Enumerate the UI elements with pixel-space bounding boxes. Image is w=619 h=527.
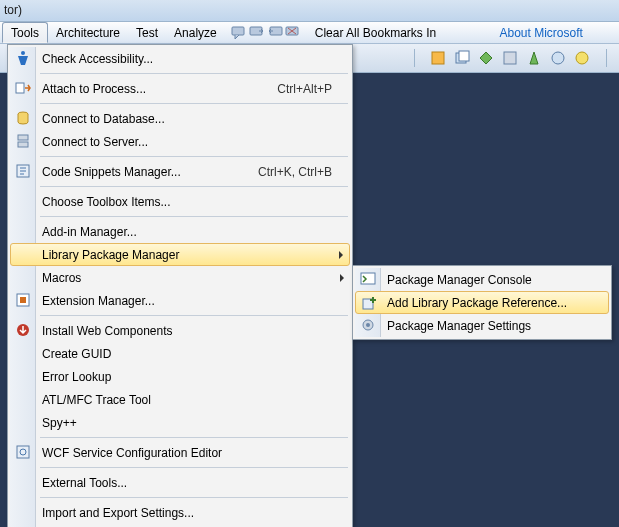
- toolbar-btn-2[interactable]: [451, 47, 473, 69]
- toolbar-btn-7[interactable]: [571, 47, 593, 69]
- toolbar-btn-3[interactable]: [475, 47, 497, 69]
- svg-point-11: [576, 52, 588, 64]
- menuitem-connect-server[interactable]: Connect to Server...: [10, 130, 350, 153]
- menuitem-label: ATL/MFC Trace Tool: [42, 393, 332, 407]
- menuitem-label: Install Web Components: [42, 324, 332, 338]
- menuitem-extension-manager[interactable]: Extension Manager...: [10, 289, 350, 312]
- menuitem-label: Error Lookup: [42, 370, 332, 384]
- menuitem-label: Add-in Manager...: [42, 225, 332, 239]
- comment-prev-icon[interactable]: [267, 25, 283, 41]
- menuitem-label: WCF Service Configuration Editor: [42, 446, 332, 460]
- menuitem-label: Package Manager Console: [387, 273, 599, 287]
- menuitem-wcf-config[interactable]: WCF Service Configuration Editor: [10, 441, 350, 464]
- svg-rect-19: [20, 297, 26, 303]
- submenu-item-add-reference[interactable]: Add Library Package Reference...: [355, 291, 609, 314]
- menu-separator: [40, 315, 348, 316]
- menuitem-external-tools[interactable]: External Tools...: [10, 471, 350, 494]
- menuitem-label: Extension Manager...: [42, 294, 332, 308]
- menu-separator: [40, 186, 348, 187]
- menuitem-shortcut: Ctrl+Alt+P: [277, 82, 332, 96]
- toolbar-btn-5[interactable]: [523, 47, 545, 69]
- svg-point-26: [366, 323, 370, 327]
- toolbar-btn-1[interactable]: [427, 47, 449, 69]
- svg-rect-21: [17, 446, 29, 458]
- menuitem-macros[interactable]: Macros: [10, 266, 350, 289]
- submenu-arrow-icon: [339, 251, 343, 259]
- menu-clear-bookmarks[interactable]: Clear All Bookmarks In Document: [307, 22, 492, 43]
- console-icon: [360, 271, 376, 287]
- menuitem-install-web-components[interactable]: Install Web Components: [10, 319, 350, 342]
- add-reference-icon: [361, 295, 377, 311]
- wcf-icon: [15, 444, 31, 460]
- server-icon: [15, 133, 31, 149]
- menuitem-label: Code Snippets Manager...: [42, 165, 258, 179]
- svg-point-10: [552, 52, 564, 64]
- svg-rect-15: [18, 135, 28, 140]
- menu-analyze[interactable]: Analyze: [166, 22, 225, 43]
- menuitem-label: Connect to Database...: [42, 112, 332, 126]
- menuitem-label: Connect to Server...: [42, 135, 332, 149]
- comment-icon[interactable]: [231, 25, 247, 41]
- menuitem-label: Add Library Package Reference...: [387, 296, 598, 310]
- menuitem-connect-database[interactable]: Connect to Database...: [10, 107, 350, 130]
- menu-separator: [40, 437, 348, 438]
- menuitem-attach-to-process[interactable]: Attach to Process... Ctrl+Alt+P: [10, 77, 350, 100]
- menuitem-label: External Tools...: [42, 476, 332, 490]
- settings-icon: [360, 317, 376, 333]
- menubar: Tools Architecture Test Analyze Clear Al…: [0, 22, 619, 44]
- svg-rect-23: [361, 273, 375, 284]
- submenu-item-console[interactable]: Package Manager Console: [355, 268, 609, 291]
- toolbar-btn-4[interactable]: [499, 47, 521, 69]
- svg-rect-6: [432, 52, 444, 64]
- menuitem-label: Create GUID: [42, 347, 332, 361]
- menu-architecture[interactable]: Architecture: [48, 22, 128, 43]
- menuitem-code-snippets[interactable]: Code Snippets Manager... Ctrl+K, Ctrl+B: [10, 160, 350, 183]
- menuitem-label: Attach to Process...: [42, 82, 277, 96]
- toolbar-sep: [403, 47, 425, 69]
- svg-point-12: [21, 51, 25, 55]
- menuitem-create-guid[interactable]: Create GUID: [10, 342, 350, 365]
- menuitem-error-lookup[interactable]: Error Lookup: [10, 365, 350, 388]
- menuitem-label: Choose Toolbox Items...: [42, 195, 332, 209]
- menubar-icon-cluster: [225, 22, 307, 43]
- menu-separator: [40, 103, 348, 104]
- menuitem-import-export[interactable]: Import and Export Settings...: [10, 501, 350, 524]
- menu-tools[interactable]: Tools: [2, 22, 48, 43]
- extension-icon: [15, 292, 31, 308]
- svg-rect-9: [504, 52, 516, 64]
- tools-dropdown: Check Accessibility... Attach to Process…: [7, 44, 353, 527]
- snippets-icon: [15, 163, 31, 179]
- comment-clear-icon[interactable]: [285, 25, 301, 41]
- menuitem-label: Import and Export Settings...: [42, 506, 332, 520]
- menu-test[interactable]: Test: [128, 22, 166, 43]
- database-icon: [15, 110, 31, 126]
- svg-rect-13: [16, 83, 24, 93]
- submenu-item-settings[interactable]: Package Manager Settings: [355, 314, 609, 337]
- accessibility-icon: [15, 50, 31, 66]
- window-title-fragment: tor): [0, 0, 619, 22]
- menuitem-atl-mfc-trace[interactable]: ATL/MFC Trace Tool: [10, 388, 350, 411]
- menuitem-label: Spy++: [42, 416, 332, 430]
- menuitem-choose-toolbox[interactable]: Choose Toolbox Items...: [10, 190, 350, 213]
- menuitem-library-package-manager[interactable]: Library Package Manager: [10, 243, 350, 266]
- comment-next-icon[interactable]: [249, 25, 265, 41]
- svg-rect-0: [232, 27, 244, 35]
- menuitem-spy[interactable]: Spy++: [10, 411, 350, 434]
- menuitem-check-accessibility[interactable]: Check Accessibility...: [10, 47, 350, 70]
- attach-process-icon: [15, 80, 31, 96]
- menuitem-label: Check Accessibility...: [42, 52, 332, 66]
- menu-separator: [40, 467, 348, 468]
- menu-separator: [40, 216, 348, 217]
- menuitem-addin-manager[interactable]: Add-in Manager...: [10, 220, 350, 243]
- menuitem-shortcut: Ctrl+K, Ctrl+B: [258, 165, 332, 179]
- download-icon: [15, 322, 31, 338]
- library-package-manager-submenu: Package Manager Console Add Library Pack…: [352, 265, 612, 340]
- toolbar-sep2: [595, 47, 617, 69]
- menu-about[interactable]: About Microsoft Visua: [491, 22, 617, 43]
- menuitem-label: Macros: [42, 271, 332, 285]
- svg-rect-16: [18, 142, 28, 147]
- menu-separator: [40, 497, 348, 498]
- toolbar-btn-6[interactable]: [547, 47, 569, 69]
- menu-separator: [40, 73, 348, 74]
- menuitem-label: Library Package Manager: [42, 248, 332, 262]
